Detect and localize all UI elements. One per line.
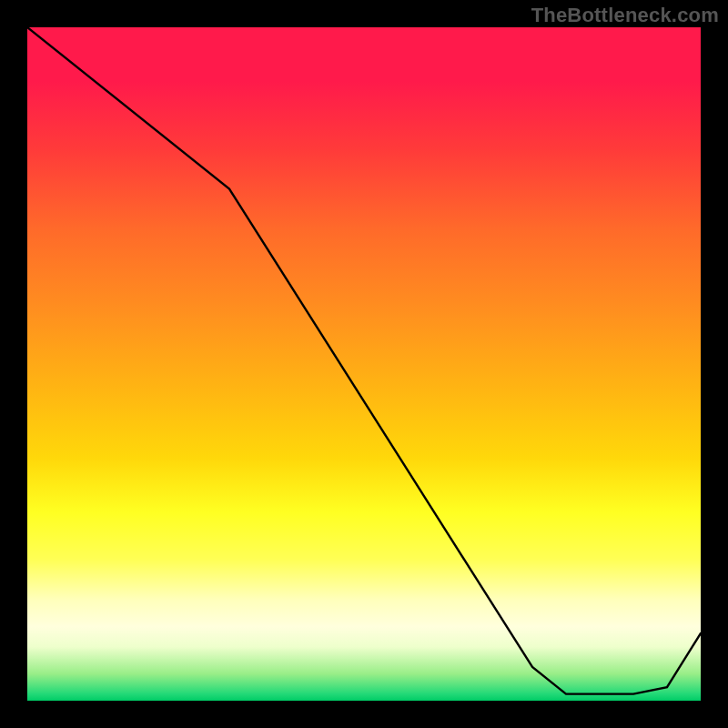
- chart-svg: [27, 27, 701, 701]
- plot-area: [27, 27, 701, 701]
- watermark-text: TheBottleneck.com: [531, 4, 719, 27]
- data-line: [27, 27, 701, 694]
- chart-frame: TheBottleneck.com: [0, 0, 728, 728]
